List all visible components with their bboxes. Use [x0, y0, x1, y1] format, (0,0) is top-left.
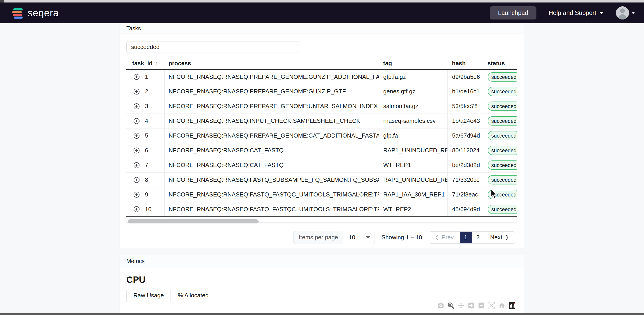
items-per-page-select[interactable]: 10 [343, 231, 374, 244]
tasks-table-body: 1 NFCORE_RNASEQ:RNASEQ:PREPARE_GENOME:GU… [126, 69, 517, 217]
status-badge[interactable]: succeeded [488, 205, 518, 214]
column-header-hash[interactable]: hash [448, 58, 483, 69]
expand-row-icon[interactable] [133, 88, 140, 95]
task-id-cell: 9 [145, 191, 148, 198]
page-button-2[interactable]: 2 [472, 231, 484, 244]
autoscale-icon[interactable] [488, 302, 495, 309]
tasks-table-header-row: task_id↑ process tag hash status [126, 58, 517, 69]
hash-cell: 80/112024 [448, 143, 483, 158]
expand-row-icon[interactable] [133, 177, 140, 183]
items-per-page-value: 10 [349, 234, 355, 241]
column-header-process[interactable]: process [164, 58, 378, 69]
pagination-group: Prev 12 Next [429, 231, 515, 244]
hash-cell: 1b/a24e43 [448, 114, 483, 128]
table-row[interactable]: 3 NFCORE_RNASEQ:RNASEQ:PREPARE_GENOME:UN… [126, 99, 517, 114]
expand-row-icon[interactable] [133, 132, 140, 139]
items-per-page-label: Items per page [294, 231, 343, 244]
hash-cell: 71/2f8eac [448, 187, 483, 202]
tag-cell: gfp.fa.gz [378, 69, 448, 84]
user-avatar-icon [616, 6, 629, 20]
task-id-cell: 3 [145, 103, 148, 110]
hash-cell: b1/de16c1 [448, 84, 483, 99]
box-zoom-icon[interactable] [447, 302, 454, 309]
tab-raw-usage[interactable]: Raw Usage [126, 289, 171, 302]
reset-axes-icon[interactable] [498, 302, 506, 309]
process-cell: NFCORE_RNASEQ:RNASEQ:PREPARE_GENOME:GUNZ… [164, 84, 378, 99]
process-cell: NFCORE_RNASEQ:RNASEQ:FASTQ_SUBSAMPLE_FQ_… [164, 172, 378, 187]
status-badge[interactable]: succeeded [488, 102, 518, 111]
hash-cell: 71/3320ce [448, 172, 483, 187]
status-badge[interactable]: succeeded [488, 175, 518, 184]
status-badge[interactable]: succeeded [488, 190, 518, 199]
table-row[interactable]: 8 NFCORE_RNASEQ:RNASEQ:FASTQ_SUBSAMPLE_F… [126, 172, 517, 187]
tab-allocated[interactable]: % Allocated [171, 289, 216, 302]
page-button-1[interactable]: 1 [460, 231, 472, 244]
cpu-chart-title: CPU [126, 275, 517, 285]
chevron-left-icon [435, 234, 438, 240]
task-id-cell: 7 [145, 162, 148, 169]
hash-cell: d9/9ba5e6 [448, 69, 483, 84]
tasks-search-input[interactable] [126, 41, 300, 53]
prev-page-button[interactable]: Prev [429, 232, 460, 243]
expand-row-icon[interactable] [133, 147, 140, 154]
process-cell: NFCORE_RNASEQ:RNASEQ:FASTQ_FASTQC_UMITOO… [164, 187, 378, 202]
metrics-tabs: Raw Usage% Allocated [126, 289, 517, 302]
table-row[interactable]: 9 NFCORE_RNASEQ:RNASEQ:FASTQ_FASTQC_UMIT… [126, 187, 517, 202]
showing-range-label: Showing 1 – 10 [382, 234, 422, 241]
column-header-task-id[interactable]: task_id↑ [126, 58, 164, 69]
plotly-logo-icon[interactable] [508, 302, 516, 309]
status-badge[interactable]: succeeded [488, 146, 518, 155]
camera-icon[interactable] [437, 302, 444, 309]
help-and-support-menu[interactable]: Help and Support [549, 10, 604, 17]
expand-row-icon[interactable] [133, 191, 140, 198]
status-badge[interactable]: succeeded [488, 160, 518, 170]
expand-row-icon[interactable] [133, 162, 140, 169]
expand-row-icon[interactable] [133, 73, 140, 80]
zoom-out-icon[interactable] [478, 302, 485, 309]
table-row[interactable]: 2 NFCORE_RNASEQ:RNASEQ:PREPARE_GENOME:GU… [126, 84, 517, 99]
status-badge[interactable]: succeeded [488, 72, 518, 82]
pan-icon[interactable] [458, 302, 465, 309]
tag-cell: genes.gtf.gz [378, 84, 448, 99]
status-badge[interactable]: succeeded [488, 131, 518, 140]
process-cell: NFCORE_RNASEQ:RNASEQ:FASTQ_FASTQC_UMITOO… [164, 202, 378, 217]
table-row[interactable]: 4 NFCORE_RNASEQ:RNASEQ:INPUT_CHECK:SAMPL… [126, 114, 517, 128]
tasks-section-header: Tasks [120, 23, 524, 34]
process-cell: NFCORE_RNASEQ:RNASEQ:CAT_FASTQ [164, 158, 378, 172]
table-row[interactable]: 10 NFCORE_RNASEQ:RNASEQ:FASTQ_FASTQC_UMI… [126, 202, 517, 217]
items-per-page-control: Items per page 10 [294, 231, 374, 244]
column-header-status[interactable]: status [483, 58, 517, 69]
user-menu[interactable] [616, 6, 635, 20]
tag-cell: WT_REP2 [378, 202, 448, 217]
brand-name: seqera [28, 7, 59, 19]
expand-row-icon[interactable] [133, 103, 140, 110]
tag-cell: WT_REP1 [378, 158, 448, 172]
table-row[interactable]: 1 NFCORE_RNASEQ:RNASEQ:PREPARE_GENOME:GU… [126, 69, 517, 84]
seqera-brand[interactable]: seqera [12, 7, 59, 19]
scrollbar-thumb[interactable] [128, 219, 258, 223]
expand-row-icon[interactable] [133, 206, 140, 213]
process-cell: NFCORE_RNASEQ:RNASEQ:PREPARE_GENOME:GUNZ… [164, 69, 378, 84]
tasks-card: Tasks task_id↑ process tag hash status [120, 23, 524, 248]
launchpad-button[interactable]: Launchpad [490, 6, 536, 20]
table-row[interactable]: 7 NFCORE_RNASEQ:RNASEQ:CAT_FASTQ WT_REP1… [126, 158, 517, 172]
task-id-cell: 2 [145, 88, 148, 95]
expand-row-icon[interactable] [133, 118, 140, 124]
seqera-logo-icon [12, 7, 24, 19]
status-badge[interactable]: succeeded [488, 116, 518, 126]
chart-modebar [437, 302, 516, 309]
tasks-section-title: Tasks [126, 25, 141, 32]
task-id-cell: 1 [145, 73, 148, 81]
task-id-cell: 8 [145, 176, 148, 183]
column-header-tag[interactable]: tag [378, 58, 448, 69]
tasks-table: task_id↑ process tag hash status 1 NFCOR… [126, 58, 517, 217]
table-row[interactable]: 6 NFCORE_RNASEQ:RNASEQ:CAT_FASTQ RAP1_UN… [126, 143, 517, 158]
table-row[interactable]: 5 NFCORE_RNASEQ:RNASEQ:PREPARE_GENOME:CA… [126, 128, 517, 143]
process-cell: NFCORE_RNASEQ:RNASEQ:PREPARE_GENOME:UNTA… [164, 99, 378, 114]
zoom-in-icon[interactable] [468, 302, 475, 309]
status-badge[interactable]: succeeded [488, 87, 518, 96]
caret-down-icon [366, 236, 370, 239]
next-page-button[interactable]: Next [484, 232, 515, 243]
chevron-right-icon [505, 234, 509, 240]
top-navbar: seqera Launchpad Help and Support [0, 3, 644, 23]
